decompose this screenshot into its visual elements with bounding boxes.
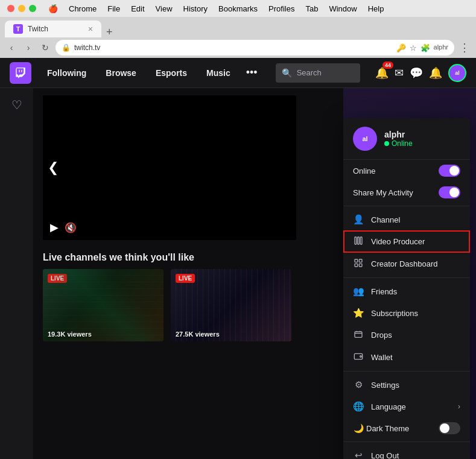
twitch-navbar: Following Browse Esports Music ••• 🔍 Sea… xyxy=(0,58,476,88)
forward-button[interactable]: › xyxy=(22,41,35,54)
subscriptions-label: Subscriptions xyxy=(371,309,460,318)
tab-title: Twitch xyxy=(28,25,48,33)
extensions-icon[interactable]: 🧩 xyxy=(420,43,430,52)
profiles-menu[interactable]: Profiles xyxy=(268,4,294,13)
address-bar-row: ‹ › ↻ 🔒 twitch.tv 🔑 ☆ 🧩 alphr ⋮ xyxy=(0,37,476,58)
play-button[interactable]: ▶ xyxy=(50,221,59,234)
video-producer-menu-item[interactable]: Video Producer xyxy=(343,230,470,253)
friends-icon: 👥 xyxy=(353,286,364,297)
live-card-2[interactable]: LIVE 27.5K viewers xyxy=(171,269,291,341)
back-button[interactable]: ‹ xyxy=(5,41,18,54)
subscriptions-menu-item[interactable]: ⭐ Subscriptions xyxy=(343,302,470,324)
window-menu[interactable]: Window xyxy=(329,4,357,13)
address-bar[interactable]: 🔒 twitch.tv 🔑 ☆ 🧩 alphr xyxy=(56,40,454,55)
settings-label: Settings xyxy=(371,381,460,390)
video-controls: ▶ 🔇 xyxy=(50,221,77,234)
dark-theme-toggle-row[interactable]: 🌙 Dark Theme xyxy=(343,417,470,439)
key-icon[interactable]: 🔑 xyxy=(396,43,406,52)
video-container: ❮ ▶ 🔇 xyxy=(43,95,296,240)
drops-menu-item[interactable]: Drops xyxy=(343,324,470,346)
lock-icon: 🔒 xyxy=(62,43,71,52)
reload-button[interactable]: ↻ xyxy=(39,41,52,54)
music-nav-link[interactable]: Music xyxy=(203,66,234,80)
svg-rect-7 xyxy=(355,332,362,337)
live-badge-1: LIVE xyxy=(48,274,67,283)
share-activity-toggle[interactable] xyxy=(439,186,460,198)
following-nav-link[interactable]: Following xyxy=(43,66,90,80)
notifications-button[interactable]: 🔔 44 xyxy=(375,66,389,80)
language-label: Language xyxy=(371,402,451,411)
carousel-left-arrow[interactable]: ❮ xyxy=(48,160,59,176)
drops-icon xyxy=(353,329,364,341)
fullscreen-window-button[interactable] xyxy=(29,5,36,12)
logout-menu-item[interactable]: ↩ Log Out xyxy=(343,445,470,459)
notification-badge: 44 xyxy=(382,62,393,69)
os-menu-bar: 🍎 Chrome File Edit View History Bookmark… xyxy=(48,4,384,13)
online-label: Online xyxy=(353,166,376,176)
live-badge-2: LIVE xyxy=(176,274,195,283)
tab-favicon: T xyxy=(13,24,23,34)
svg-rect-2 xyxy=(360,237,362,244)
more-nav-button[interactable]: ••• xyxy=(246,66,258,79)
logout-icon: ↩ xyxy=(353,450,364,459)
browser-more-button[interactable]: ⋮ xyxy=(458,40,471,55)
chrome-menu[interactable]: Chrome xyxy=(69,4,97,13)
online-toggle-row[interactable]: Online xyxy=(343,160,470,182)
volume-button[interactable]: 🔇 xyxy=(65,222,77,233)
file-menu[interactable]: File xyxy=(107,4,120,13)
profile-text[interactable]: alphr xyxy=(434,43,448,52)
esports-nav-link[interactable]: Esports xyxy=(152,66,191,80)
svg-rect-1 xyxy=(358,237,360,244)
language-menu-item[interactable]: 🌐 Language › xyxy=(343,396,470,417)
tab-close-button[interactable]: × xyxy=(88,24,93,34)
search-bar[interactable]: 🔍 Search xyxy=(276,63,360,83)
minimize-window-button[interactable] xyxy=(18,5,25,12)
edit-menu[interactable]: Edit xyxy=(131,4,144,13)
video-player[interactable]: ▶ 🔇 xyxy=(43,95,296,240)
live-card-1[interactable]: LIVE 19.3K viewers xyxy=(43,269,163,341)
new-tab-button[interactable]: + xyxy=(106,27,113,37)
live-thumb-1: LIVE 19.3K viewers xyxy=(43,269,163,341)
view-menu[interactable]: View xyxy=(156,4,173,13)
live-thumb-2: LIVE 27.5K viewers xyxy=(171,269,291,341)
tab-menu[interactable]: Tab xyxy=(305,4,318,13)
viewers-count-2: 27.5K viewers xyxy=(176,331,220,338)
creator-dashboard-menu-item[interactable]: Creator Dashboard xyxy=(343,253,470,275)
svg-rect-4 xyxy=(359,259,362,262)
favorites-icon[interactable]: ♡ xyxy=(11,98,22,112)
language-chevron-icon: › xyxy=(458,402,460,411)
creator-dashboard-label: Creator Dashboard xyxy=(371,259,460,268)
apple-menu[interactable]: 🍎 xyxy=(48,4,58,13)
twitch-logo[interactable] xyxy=(10,62,31,84)
online-toggle[interactable] xyxy=(439,165,460,177)
bookmark-icon[interactable]: ☆ xyxy=(410,43,417,52)
share-activity-toggle-row[interactable]: Share My Activity xyxy=(343,182,470,203)
subscriptions-icon: ⭐ xyxy=(353,308,364,318)
dark-theme-toggle[interactable] xyxy=(439,422,460,434)
settings-menu-item[interactable]: ⚙ Settings xyxy=(343,374,470,396)
creator-dashboard-icon xyxy=(353,258,364,270)
browser-tab[interactable]: T Twitch × xyxy=(5,21,101,37)
menu-status: Online xyxy=(384,139,413,148)
wallet-menu-item[interactable]: Wallet xyxy=(343,346,470,369)
history-menu[interactable]: History xyxy=(183,4,208,13)
menu-divider-3 xyxy=(343,371,470,372)
sidebar: ♡ xyxy=(0,88,33,459)
user-avatar-button[interactable]: al xyxy=(448,64,466,82)
channel-menu-item[interactable]: 👤 Channel xyxy=(343,209,470,230)
user-dropdown-menu: al alphr Online Online Share My Activity… xyxy=(343,118,470,459)
friends-label: Friends xyxy=(371,287,460,296)
help-menu[interactable]: Help xyxy=(368,4,384,13)
drops-label: Drops xyxy=(371,331,460,340)
viewers-count-1: 19.3K viewers xyxy=(48,331,92,338)
chat-button[interactable]: 💬 xyxy=(410,66,423,80)
bookmarks-menu[interactable]: Bookmarks xyxy=(218,4,258,13)
language-icon: 🌐 xyxy=(353,401,364,412)
close-window-button[interactable] xyxy=(7,5,14,12)
browse-nav-link[interactable]: Browse xyxy=(102,66,140,80)
inbox-button[interactable]: ✉ xyxy=(395,66,404,80)
dark-theme-label: Dark Theme xyxy=(366,424,439,433)
alerts-button[interactable]: 🔔 xyxy=(429,66,442,80)
friends-menu-item[interactable]: 👥 Friends xyxy=(343,280,470,302)
svg-rect-6 xyxy=(359,264,362,267)
